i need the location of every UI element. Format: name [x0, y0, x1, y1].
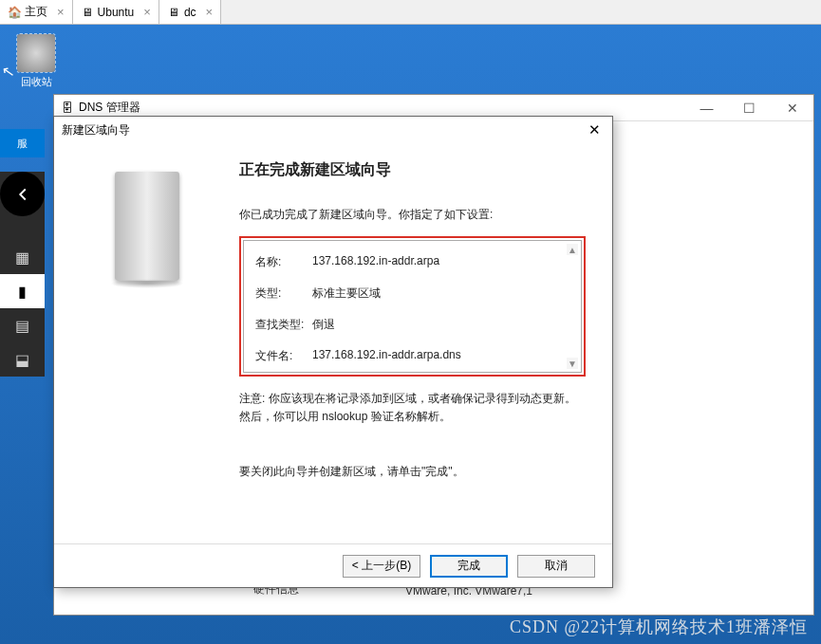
- close-icon[interactable]: ×: [57, 5, 65, 19]
- close-icon[interactable]: ×: [143, 5, 151, 19]
- sidebar-item-grid[interactable]: ▦: [0, 240, 45, 274]
- new-zone-wizard-dialog: 新建区域向导 ✕ 正在完成新建区域向导 你已成功完成了新建区域向导。你指定了如下…: [53, 116, 613, 588]
- wizard-heading: 正在完成新建区域向导: [239, 160, 586, 180]
- browser-tabs: 🏠 主页 × 🖥 Ubuntu × 🖥 dc ×: [0, 0, 821, 25]
- summary-type-value: 标准主要区域: [312, 285, 381, 302]
- wizard-footer-msg: 要关闭此向导并创建新区域，请单击"完成"。: [239, 464, 586, 480]
- summary-file-value: 137.168.192.in-addr.arpa.dns: [312, 348, 461, 364]
- vm-icon: 🖥: [167, 6, 180, 19]
- tab-label: dc: [184, 6, 196, 19]
- vm-desktop: 回收站 ↖ 服 ▦ ▮ ▤ ⬓ 🗄 DNS 管理器 — ☐ ✕ 一个或多个连续的…: [0, 25, 821, 644]
- window-controls: — ☐ ✕: [685, 95, 813, 121]
- recycle-bin[interactable]: 回收站: [8, 34, 65, 89]
- scroll-down-icon[interactable]: ▼: [567, 358, 578, 369]
- sidebar-banner[interactable]: 服: [0, 129, 45, 157]
- dns-icon: 🗄: [62, 101, 73, 115]
- back-button[interactable]: [0, 172, 45, 216]
- minimize-button[interactable]: —: [685, 95, 728, 121]
- cancel-button[interactable]: 取消: [517, 555, 595, 578]
- summary-name-label: 名称:: [255, 254, 312, 270]
- close-icon[interactable]: ✕: [585, 121, 605, 138]
- vm-icon: 🖥: [81, 6, 94, 19]
- finish-button[interactable]: 完成: [430, 555, 508, 578]
- wizard-titlebar[interactable]: 新建区域向导 ✕: [54, 117, 612, 143]
- wizard-summary-highlight: 名称: 137.168.192.in-addr.arpa 类型: 标准主要区域 …: [239, 236, 586, 377]
- back-button[interactable]: < 上一步(B): [343, 555, 420, 578]
- tab-label: 主页: [25, 4, 47, 20]
- summary-name-value: 137.168.192.in-addr.arpa: [312, 254, 439, 270]
- vmware-sidebar: 服 ▦ ▮ ▤ ⬓: [0, 172, 45, 377]
- wizard-graphic-pane: [54, 143, 239, 542]
- home-icon: 🏠: [8, 6, 21, 19]
- close-icon[interactable]: ×: [206, 5, 214, 19]
- tab-label: Ubuntu: [98, 6, 135, 19]
- recycle-bin-label: 回收站: [8, 75, 65, 89]
- summary-file-label: 文件名:: [255, 348, 312, 364]
- tab-home[interactable]: 🏠 主页 ×: [0, 0, 73, 24]
- wizard-note: 注意: 你应该现在将记录添加到区域，或者确保记录得到动态更新。然后，你可以用 n…: [239, 390, 586, 426]
- wizard-completed-msg: 你已成功完成了新建区域向导。你指定了如下设置:: [239, 207, 586, 223]
- server-icon: [115, 172, 179, 281]
- summary-lookup-value: 倒退: [312, 317, 335, 333]
- wizard-title: 新建区域向导: [62, 122, 130, 138]
- tab-dc[interactable]: 🖥 dc ×: [159, 0, 221, 24]
- maximize-button[interactable]: ☐: [728, 95, 771, 121]
- watermark: CSDN @22计算机网络技术1班潘泽恒: [510, 616, 808, 638]
- scroll-up-icon[interactable]: ▲: [567, 244, 578, 255]
- tab-ubuntu[interactable]: 🖥 Ubuntu ×: [73, 0, 159, 24]
- sidebar-item-disk[interactable]: ▤: [0, 308, 45, 342]
- recycle-bin-icon: [17, 34, 55, 72]
- summary-lookup-label: 查找类型:: [255, 317, 312, 333]
- arrow-left-icon: [12, 184, 33, 205]
- wizard-summary-list[interactable]: 名称: 137.168.192.in-addr.arpa 类型: 标准主要区域 …: [243, 240, 582, 373]
- sidebar-item-network[interactable]: ⬓: [0, 342, 45, 377]
- close-button[interactable]: ✕: [771, 95, 813, 121]
- summary-type-label: 类型:: [255, 285, 312, 302]
- sidebar-item-info[interactable]: ▮: [0, 274, 45, 308]
- wizard-button-bar: < 上一步(B) 完成 取消: [54, 543, 612, 587]
